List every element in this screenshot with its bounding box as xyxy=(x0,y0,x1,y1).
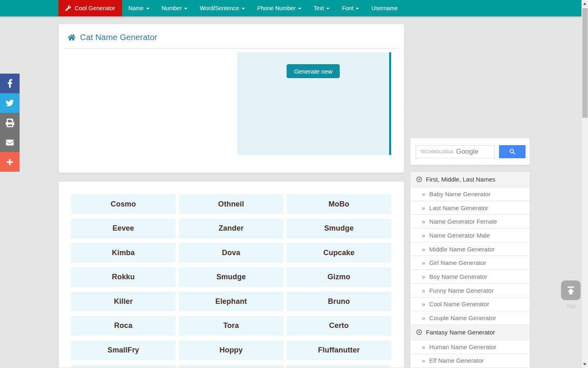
name-cell: Smudge xyxy=(179,267,283,287)
name-cell xyxy=(71,365,176,368)
sidebar-item-elf-name-generator[interactable]: » Elf Name Generator xyxy=(410,354,530,368)
sidebar-item-cool-name-generator[interactable]: » Cool Name Generator xyxy=(410,297,530,311)
caret-down-icon xyxy=(298,8,301,9)
sidebar-item-name-generator-female[interactable]: » Name Generator Female xyxy=(410,214,530,228)
sidebar-item-couple-name-generator[interactable]: » Couple Name Generator xyxy=(410,311,530,325)
double-chevron-icon: » xyxy=(422,314,425,321)
home-icon xyxy=(68,34,76,41)
divider xyxy=(64,48,399,49)
name-cell: Elephant xyxy=(179,292,283,311)
scrollbar-thumb[interactable] xyxy=(582,8,588,118)
printer-icon xyxy=(6,119,14,127)
generator-links-card: First, Middle, Last Names » Baby Name Ge… xyxy=(410,171,530,368)
scrollbar-down-arrow[interactable] xyxy=(583,363,586,366)
print-button[interactable] xyxy=(0,113,20,132)
name-cell: Zander xyxy=(179,219,283,238)
name-cell: Roca xyxy=(71,316,176,336)
caret-down-icon xyxy=(242,8,245,9)
generated-names-card: Cosmo Othneil MoBo Eevee Zander Smudge K… xyxy=(58,181,404,368)
sidebar-header-fantasy-name-generator[interactable]: Fantasy Name Generator xyxy=(410,325,530,340)
envelope-icon xyxy=(5,139,14,146)
search-icon xyxy=(509,148,516,155)
name-cell: SmallFry xyxy=(71,341,176,360)
scrollbar-up-arrow[interactable] xyxy=(583,2,586,5)
name-cell: Cupcake xyxy=(287,243,391,263)
name-cell: Dova xyxy=(179,243,283,263)
brand-label: Cool Generator xyxy=(75,5,115,11)
name-cell: Fluffanutter xyxy=(287,341,391,360)
email-share-button[interactable] xyxy=(0,132,20,152)
name-cell: Rokku xyxy=(71,267,176,287)
sidebar-item-last-name-generator[interactable]: » Last Name Generator xyxy=(410,201,530,215)
name-cell: Kimba xyxy=(71,243,176,263)
sidebar-item-human-name-generator[interactable]: » Human Name Generator xyxy=(410,340,530,354)
brand-cool-generator[interactable]: Cool Generator xyxy=(58,0,122,16)
nav-item-username[interactable]: Username xyxy=(365,0,404,16)
sidebar-item-middle-name-generator[interactable]: » Middle Name Generator xyxy=(410,242,530,256)
double-chevron-icon: » xyxy=(422,357,425,364)
nav-item-word-sentence[interactable]: Word/Sentence xyxy=(194,0,251,16)
double-chevron-icon: » xyxy=(422,301,425,307)
caret-down-icon xyxy=(356,8,359,9)
double-chevron-icon: » xyxy=(422,191,425,197)
wrench-icon xyxy=(65,5,71,11)
sidebar-header-first-middle-last[interactable]: First, Middle, Last Names xyxy=(410,172,530,187)
nav-item-number[interactable]: Number xyxy=(156,0,194,16)
name-cell: Gizmo xyxy=(287,267,391,287)
double-chevron-icon: » xyxy=(422,218,425,225)
search-watermark-engine: TECHNOLOGIA xyxy=(420,149,453,154)
double-chevron-icon: » xyxy=(422,273,425,280)
facebook-icon xyxy=(7,79,13,88)
generator-card: Cat Name Generator Generate new xyxy=(58,24,404,173)
top-navbar: Cool Generator Name Number Word/Sentence… xyxy=(0,0,581,16)
name-cell: Othneil xyxy=(179,194,283,214)
nav-item-name[interactable]: Name xyxy=(122,0,155,16)
circle-arrow-right-icon xyxy=(416,176,422,182)
sidebar-item-funny-name-generator[interactable]: » Funny Name Generator xyxy=(410,283,530,297)
double-chevron-icon: » xyxy=(422,259,425,266)
double-chevron-icon: » xyxy=(422,343,425,350)
caret-down-icon xyxy=(146,8,149,9)
sidebar-item-baby-name-generator[interactable]: » Baby Name Generator xyxy=(410,187,530,201)
name-cell: Smudge xyxy=(287,219,391,238)
name-cell xyxy=(179,365,283,368)
sidebar-item-girl-name-generator[interactable]: » Girl Name Generator xyxy=(410,256,530,269)
name-cell: Certo xyxy=(287,316,391,336)
nav-item-font[interactable]: Font xyxy=(336,0,365,16)
twitter-share-button[interactable] xyxy=(0,93,20,113)
page-title: Cat Name Generator xyxy=(80,33,157,42)
twitter-icon xyxy=(5,99,15,107)
google-logo-watermark: Google xyxy=(456,148,479,156)
arrow-to-top-icon xyxy=(565,285,577,296)
back-to-top-label: Top xyxy=(561,303,581,309)
caret-down-icon xyxy=(184,8,187,9)
caret-down-icon xyxy=(326,8,330,9)
browser-scrollbar[interactable] xyxy=(581,0,588,368)
double-chevron-icon: » xyxy=(422,246,425,253)
google-search-card: TECHNOLOGIA Google xyxy=(410,138,530,165)
facebook-share-button[interactable] xyxy=(0,74,20,93)
nav-item-text[interactable]: Text xyxy=(307,0,336,16)
more-share-button[interactable]: + xyxy=(0,152,20,172)
name-cell: Bruno xyxy=(287,292,391,311)
search-input[interactable]: TECHNOLOGIA Google xyxy=(416,145,495,158)
social-share-bar: + xyxy=(0,74,20,172)
double-chevron-icon: » xyxy=(422,204,425,211)
sidebar-item-boy-name-generator[interactable]: » Boy Name Generator xyxy=(410,269,530,283)
double-chevron-icon: » xyxy=(422,287,425,294)
back-to-top-button[interactable] xyxy=(561,280,581,300)
name-cell: Tora xyxy=(179,316,283,336)
search-button[interactable] xyxy=(499,145,526,158)
generate-new-button[interactable]: Generate new xyxy=(287,64,340,78)
page-title-row: Cat Name Generator xyxy=(59,24,404,48)
sidebar-item-name-generator-male[interactable]: » Name Generator Male xyxy=(410,228,530,242)
generator-panel: Generate new xyxy=(237,52,391,155)
circle-arrow-right-icon xyxy=(416,329,422,335)
name-cell: Eevee xyxy=(71,219,176,238)
nav-item-phone-number[interactable]: Phone Number xyxy=(251,0,307,16)
name-cell: Hoppy xyxy=(179,341,283,360)
name-cell xyxy=(287,365,391,368)
name-cell: MoBo xyxy=(287,194,391,214)
double-chevron-icon: » xyxy=(422,232,425,239)
plus-icon: + xyxy=(6,156,13,168)
